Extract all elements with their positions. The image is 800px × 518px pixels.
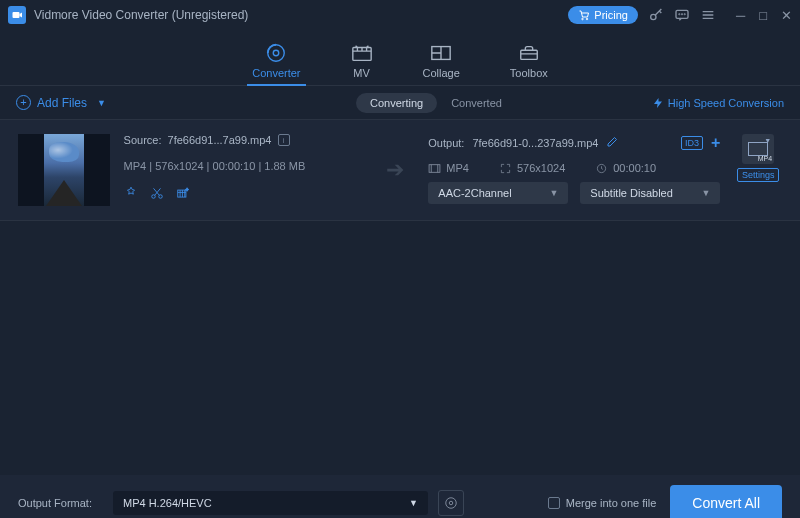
high-speed-button[interactable]: High Speed Conversion	[652, 97, 784, 109]
output-info: Output: 7fe66d91-0...237a99.mp4 ID3 + MP…	[428, 134, 720, 206]
film-icon	[428, 163, 441, 174]
tab-mv[interactable]: MV	[351, 30, 373, 85]
svg-point-9	[274, 50, 280, 56]
chevron-down-icon: ▼	[409, 498, 418, 508]
tab-converter-label: Converter	[252, 67, 300, 79]
info-icon[interactable]: i	[278, 134, 290, 146]
svg-point-6	[682, 14, 683, 15]
main-tabs: Converter MV Collage Toolbox	[0, 30, 800, 86]
source-filename: 7fe66d91...7a99.mp4	[168, 134, 272, 146]
format-tag: MP4	[758, 155, 772, 162]
window-controls: ─ □ ✕	[736, 8, 792, 23]
cut-icon[interactable]	[150, 186, 164, 203]
out-resolution: 576x1024	[517, 162, 565, 174]
tab-collage[interactable]: Collage	[423, 30, 460, 85]
out-container: MP4	[446, 162, 469, 174]
id3-button[interactable]: ID3	[681, 136, 703, 150]
footer: Output Format: MP4 H.264/HEVC ▼ Merge in…	[0, 475, 800, 518]
tab-toolbox[interactable]: Toolbox	[510, 30, 548, 85]
svg-point-5	[679, 14, 680, 15]
resolution-icon	[499, 163, 512, 174]
empty-area	[0, 221, 800, 475]
tab-converter[interactable]: Converter	[252, 30, 300, 85]
menu-icon[interactable]	[700, 7, 716, 23]
checkbox-icon	[548, 497, 560, 509]
audio-dropdown[interactable]: AAC-2Channel▼	[428, 182, 568, 204]
key-icon[interactable]	[648, 7, 664, 23]
close-button[interactable]: ✕	[781, 8, 792, 23]
settings-column: ▼ MP4 Settings	[734, 134, 782, 206]
lightning-icon	[652, 97, 664, 109]
rename-icon[interactable]	[606, 136, 618, 150]
arrow-icon: ➔	[376, 134, 414, 206]
output-label: Output:	[428, 137, 464, 149]
add-output-icon[interactable]: +	[711, 134, 720, 152]
plus-icon: +	[16, 95, 31, 110]
merge-label: Merge into one file	[566, 497, 657, 509]
titlebar: Vidmore Video Converter (Unregistered) P…	[0, 0, 800, 30]
file-row: Source: 7fe66d91...7a99.mp4 i MP4 | 576x…	[0, 120, 800, 221]
merge-checkbox[interactable]: Merge into one file	[548, 497, 657, 509]
high-speed-label: High Speed Conversion	[668, 97, 784, 109]
toolbox-icon	[518, 43, 540, 63]
svg-rect-0	[13, 12, 20, 18]
output-filename: 7fe66d91-0...237a99.mp4	[472, 137, 598, 149]
chevron-down-icon: ▼	[549, 188, 558, 198]
tab-toolbox-label: Toolbox	[510, 67, 548, 79]
clock-icon	[595, 163, 608, 174]
source-info: Source: 7fe66d91...7a99.mp4 i MP4 | 576x…	[124, 134, 363, 206]
settings-button[interactable]: Settings	[737, 168, 780, 182]
tab-mv-label: MV	[353, 67, 370, 79]
app-logo	[8, 6, 26, 24]
converter-icon	[265, 43, 287, 63]
add-files-button[interactable]: + Add Files ▼	[16, 95, 106, 110]
svg-point-18	[446, 498, 457, 509]
mv-icon	[351, 43, 373, 63]
svg-rect-12	[521, 50, 538, 59]
add-files-label: Add Files	[37, 96, 87, 110]
svg-rect-16	[429, 164, 440, 172]
subtab-converted[interactable]: Converted	[437, 93, 516, 113]
app-title: Vidmore Video Converter (Unregistered)	[34, 8, 568, 22]
pricing-button[interactable]: Pricing	[568, 6, 638, 24]
svg-point-1	[582, 18, 584, 20]
source-meta: MP4 | 576x1024 | 00:00:10 | 1.88 MB	[124, 160, 363, 172]
collage-icon	[430, 43, 452, 63]
maximize-button[interactable]: □	[759, 8, 767, 23]
output-format-dropdown[interactable]: MP4 H.264/HEVC ▼	[113, 491, 428, 515]
chevron-down-icon: ▼	[764, 137, 771, 144]
source-label: Source:	[124, 134, 162, 146]
chevron-down-icon: ▼	[97, 98, 106, 108]
out-duration: 00:00:10	[613, 162, 656, 174]
edit-icon[interactable]	[124, 186, 138, 203]
tab-collage-label: Collage	[423, 67, 460, 79]
minimize-button[interactable]: ─	[736, 8, 745, 23]
format-select[interactable]: ▼ MP4	[742, 134, 774, 164]
chevron-down-icon: ▼	[701, 188, 710, 198]
film-icon	[748, 142, 768, 156]
toolbar: + Add Files ▼ Converting Converted High …	[0, 86, 800, 120]
pricing-label: Pricing	[594, 9, 628, 21]
output-settings-icon[interactable]	[438, 490, 464, 516]
svg-point-2	[587, 18, 589, 20]
svg-point-3	[651, 14, 656, 19]
subtab-converting[interactable]: Converting	[356, 93, 437, 113]
output-format-label: Output Format:	[18, 497, 103, 509]
svg-point-7	[684, 14, 685, 15]
subtitle-dropdown[interactable]: Subtitle Disabled▼	[580, 182, 720, 204]
enhance-icon[interactable]	[176, 186, 190, 203]
feedback-icon[interactable]	[674, 7, 690, 23]
cart-icon	[578, 9, 590, 21]
sub-tabs: Converting Converted	[356, 93, 516, 113]
video-thumbnail[interactable]	[18, 134, 110, 206]
convert-all-button[interactable]: Convert All	[670, 485, 782, 518]
svg-point-19	[449, 501, 453, 505]
